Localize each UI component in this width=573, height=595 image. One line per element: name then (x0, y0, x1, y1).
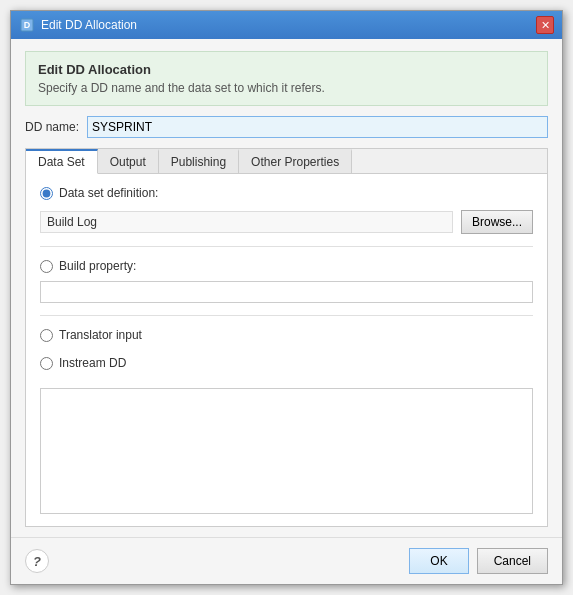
footer: ? OK Cancel (11, 537, 562, 584)
tab-dataset[interactable]: Data Set (26, 149, 98, 174)
ok-button[interactable]: OK (409, 548, 468, 574)
separator-1 (40, 246, 533, 247)
browse-button[interactable]: Browse... (461, 210, 533, 234)
build-log-value: Build Log (40, 211, 453, 233)
instream-dd-row: Instream DD (40, 356, 533, 370)
dd-name-label: DD name: (25, 120, 79, 134)
close-button[interactable]: ✕ (536, 16, 554, 34)
build-property-label: Build property: (59, 259, 136, 273)
title-text: Edit DD Allocation (41, 18, 137, 32)
data-set-definition-label: Data set definition: (59, 186, 158, 200)
data-set-definition-row: Data set definition: (40, 186, 533, 200)
content-area: Edit DD Allocation Specify a DD name and… (11, 39, 562, 537)
title-bar-left: D Edit DD Allocation (19, 17, 137, 33)
instream-textarea-container (40, 388, 533, 514)
separator-2 (40, 315, 533, 316)
help-button[interactable]: ? (25, 549, 49, 573)
tab-output[interactable]: Output (98, 149, 159, 173)
cancel-button[interactable]: Cancel (477, 548, 548, 574)
instream-dd-label: Instream DD (59, 356, 126, 370)
edit-dd-allocation-dialog: D Edit DD Allocation ✕ Edit DD Allocatio… (10, 10, 563, 585)
instream-textarea[interactable] (40, 388, 533, 514)
tab-bar: Data Set Output Publishing Other Propert… (26, 149, 547, 174)
footer-buttons: OK Cancel (409, 548, 548, 574)
translator-input-row: Translator input (40, 328, 533, 342)
data-set-definition-group: Data set definition: Build Log Browse... (40, 186, 533, 234)
dialog-header: Edit DD Allocation Specify a DD name and… (25, 51, 548, 106)
tabs-container: Data Set Output Publishing Other Propert… (25, 148, 548, 527)
build-property-row: Build property: (40, 259, 533, 273)
title-controls: ✕ (536, 16, 554, 34)
title-bar: D Edit DD Allocation ✕ (11, 11, 562, 39)
build-property-radio[interactable] (40, 260, 53, 273)
svg-text:D: D (24, 20, 31, 30)
build-log-row: Build Log Browse... (40, 210, 533, 234)
translator-input-radio[interactable] (40, 329, 53, 342)
build-property-group: Build property: (40, 259, 533, 303)
tab-publishing[interactable]: Publishing (159, 149, 239, 173)
dialog-icon: D (19, 17, 35, 33)
tab-content-dataset: Data set definition: Build Log Browse...… (26, 174, 547, 526)
dd-name-input[interactable] (87, 116, 548, 138)
dd-name-row: DD name: (25, 116, 548, 138)
data-set-definition-radio[interactable] (40, 187, 53, 200)
dialog-header-desc: Specify a DD name and the data set to wh… (38, 81, 535, 95)
instream-dd-radio[interactable] (40, 357, 53, 370)
build-property-input[interactable] (40, 281, 533, 303)
dialog-header-title: Edit DD Allocation (38, 62, 535, 77)
translator-input-label: Translator input (59, 328, 142, 342)
tab-other-properties[interactable]: Other Properties (239, 149, 352, 173)
